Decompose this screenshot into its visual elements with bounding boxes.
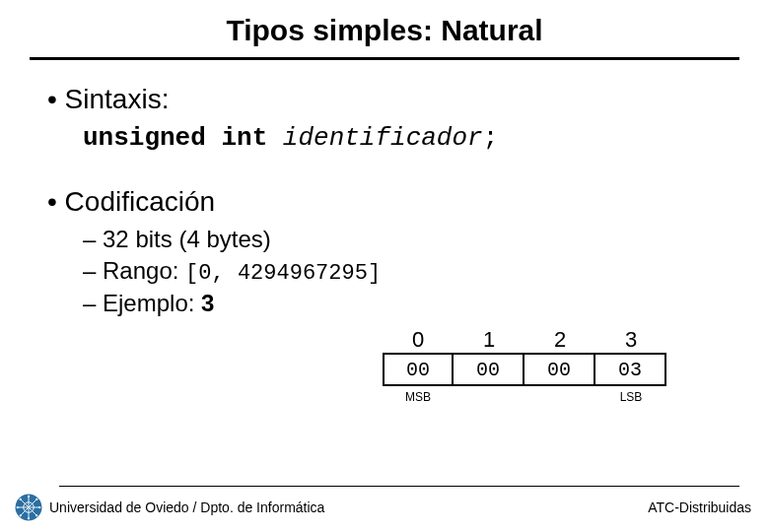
svg-point-8: [17, 506, 19, 508]
lsb-label: LSB: [595, 390, 666, 404]
range-label: Rango:: [103, 257, 185, 284]
sub-bits: 32 bits (4 bytes): [83, 226, 722, 253]
index-cell: 1: [454, 327, 524, 353]
index-cell: 3: [595, 327, 666, 353]
svg-point-13: [35, 514, 37, 516]
index-cell: 0: [383, 327, 454, 353]
byte-row: 00 00 00 03: [383, 353, 722, 386]
sub-range: Rango: [0, 4294967295]: [83, 257, 722, 286]
footer-rule: [59, 486, 739, 487]
byte-cell: 03: [595, 353, 666, 386]
bullet-syntax: Sintaxis:: [47, 84, 722, 115]
label-row: MSB LSB: [383, 390, 666, 404]
slide-title: Tipos simples: Natural: [0, 0, 769, 47]
footer: Universidad de Oviedo / Dpto. de Informá…: [0, 486, 769, 522]
svg-point-7: [28, 517, 30, 519]
range-value: [0, 4294967295]: [185, 261, 381, 286]
code-identifier: identificador: [283, 123, 483, 153]
byte-table: 0 1 2 3 00 00 00 03 MSB LSB: [383, 327, 722, 404]
svg-point-9: [38, 506, 40, 508]
code-keyword: unsigned int: [83, 123, 267, 153]
footer-right-text: ATC-Distribuidas: [648, 499, 751, 515]
svg-point-6: [28, 496, 30, 498]
svg-point-12: [20, 514, 22, 516]
code-semicolon: ;: [483, 123, 499, 153]
bullet-coding: Codificación: [47, 186, 722, 218]
university-logo-icon: [14, 493, 43, 522]
byte-cell: 00: [524, 353, 595, 386]
byte-cell: 00: [454, 353, 524, 386]
msb-label: MSB: [383, 390, 454, 404]
example-label: Ejemplo:: [103, 290, 201, 316]
footer-left-group: Universidad de Oviedo / Dpto. de Informá…: [14, 493, 324, 522]
content-area: Sintaxis: unsigned int identificador; Co…: [0, 60, 769, 404]
byte-cell: 00: [383, 353, 454, 386]
sub-example: Ejemplo: 3: [83, 290, 722, 317]
index-cell: 2: [524, 327, 595, 353]
footer-left-text: Universidad de Oviedo / Dpto. de Informá…: [49, 499, 324, 515]
syntax-code: unsigned int identificador;: [83, 123, 722, 153]
slide: Tipos simples: Natural Sintaxis: unsigne…: [0, 0, 769, 532]
svg-point-11: [35, 499, 37, 500]
index-row: 0 1 2 3: [383, 327, 722, 353]
footer-row: Universidad de Oviedo / Dpto. de Informá…: [0, 493, 769, 522]
example-value: 3: [201, 290, 214, 316]
svg-point-10: [20, 499, 22, 500]
